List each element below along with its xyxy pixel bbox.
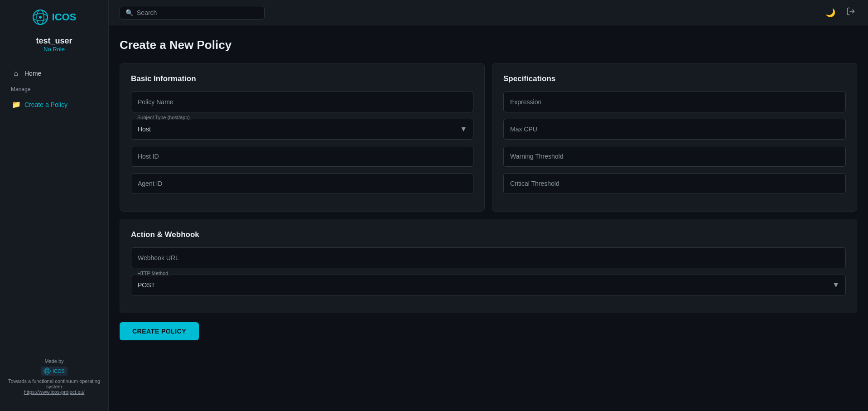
svg-point-7 (47, 371, 48, 372)
search-icon: 🔍 (125, 9, 133, 16)
sidebar-footer: Made by ICOS Towards a functional contin… (0, 351, 108, 402)
warning-threshold-input[interactable] (503, 146, 846, 167)
basic-info-title: Basic Information (131, 74, 473, 83)
dark-mode-button[interactable]: 🌙 (824, 6, 837, 19)
max-cpu-input[interactable] (503, 119, 846, 140)
basic-information-panel: Basic Information Subject Type (host/app… (120, 63, 485, 212)
search-wrapper: 🔍 (120, 6, 265, 19)
sidebar-create-policy-label: Create a Policy (24, 101, 68, 108)
subject-type-label: Subject Type (host/app) (135, 115, 192, 120)
panels-row: Basic Information Subject Type (host/app… (120, 63, 857, 212)
expression-field (503, 92, 846, 112)
critical-threshold-field (503, 173, 846, 194)
create-policy-button[interactable]: CREATE POLICY (120, 322, 199, 340)
footer-made-by: Made by (7, 358, 101, 364)
webhook-url-field (131, 247, 846, 268)
main-content: 🔍 🌙 Create a New Policy Basic Informatio… (109, 0, 868, 411)
policy-name-input[interactable] (131, 92, 473, 112)
topbar-actions: 🌙 (824, 5, 857, 20)
agent-id-field (131, 173, 473, 194)
sidebar-username: test_user (36, 36, 72, 46)
sidebar-item-create-policy[interactable]: 📁 Create a Policy (5, 96, 103, 113)
expression-input[interactable] (503, 92, 846, 112)
agent-id-input[interactable] (131, 173, 473, 194)
host-id-field (131, 146, 473, 167)
action-webhook-panel: Action & Webhook HTTP Method POST GET PU… (120, 219, 857, 313)
subject-type-field: Subject Type (host/app) Host App ▼ (131, 119, 473, 140)
folder-icon: 📁 (12, 100, 20, 109)
subject-type-select[interactable]: Host App (131, 119, 473, 140)
host-id-input[interactable] (131, 146, 473, 167)
page-content: Create a New Policy Basic Information Su… (109, 25, 868, 411)
policy-name-field (131, 92, 473, 112)
footer-logo-row: ICOS (7, 367, 101, 376)
sidebar-role: No Role (36, 46, 72, 53)
svg-point-3 (39, 16, 42, 19)
warning-threshold-field (503, 146, 846, 167)
http-method-select[interactable]: POST GET PUT DELETE (131, 275, 846, 295)
http-method-field: HTTP Method POST GET PUT DELETE ▼ (131, 275, 846, 295)
footer-logo-badge: ICOS (41, 367, 68, 376)
logo-text: ICOS (52, 11, 77, 23)
webhook-url-input[interactable] (131, 247, 846, 268)
critical-threshold-input[interactable] (503, 173, 846, 194)
sidebar: ICOS test_user No Role ⌂ Home Manage 📁 C… (0, 0, 109, 411)
footer-logo-text: ICOS (53, 368, 65, 374)
sidebar-logo: ICOS (32, 9, 77, 25)
logout-icon (846, 7, 855, 16)
footer-logo-icon (43, 367, 51, 375)
specifications-title: Specifications (503, 74, 846, 83)
sidebar-home-label: Home (24, 70, 41, 77)
search-input[interactable] (137, 9, 259, 16)
topbar: 🔍 🌙 (109, 0, 868, 25)
sidebar-user: test_user No Role (36, 36, 72, 53)
http-method-label: HTTP Method (135, 271, 170, 276)
footer-link[interactable]: https://www.icos-project.eu/ (24, 389, 85, 395)
home-icon: ⌂ (12, 69, 20, 77)
sidebar-manage-label: Manage (5, 82, 103, 96)
specifications-panel: Specifications (492, 63, 857, 212)
footer-tagline: Towards a functional continuum operating… (7, 378, 101, 389)
sidebar-nav: ⌂ Home Manage 📁 Create a Policy (0, 65, 108, 114)
page-title: Create a New Policy (120, 38, 857, 52)
icos-logo-icon (32, 9, 48, 25)
max-cpu-field (503, 119, 846, 140)
sidebar-item-home[interactable]: ⌂ Home (5, 65, 103, 82)
action-webhook-title: Action & Webhook (131, 230, 846, 239)
logout-button[interactable] (844, 5, 857, 20)
